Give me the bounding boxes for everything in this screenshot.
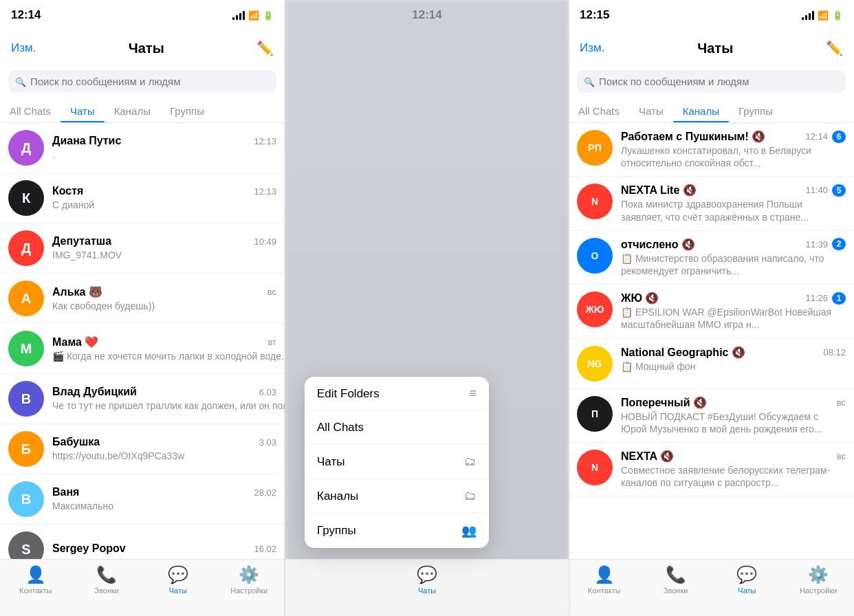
chat-time: 28.02	[254, 487, 276, 498]
left-chat-item[interactable]: М Мама ❤️ вт 🎬 Когда не хочется мочить л…	[0, 324, 285, 374]
left-chat-item[interactable]: А Алька 🐻 вс Как свободен будешь))	[0, 274, 285, 324]
left-chat-item[interactable]: В Ваня 28.02 Максимально	[0, 474, 285, 525]
chats-icon: 💬	[168, 565, 188, 584]
right-chats-icon: 💬	[736, 565, 757, 584]
context-item-label: All Chats	[317, 421, 364, 434]
left-chat-item[interactable]: К Костя 12:13 С дианой	[0, 173, 285, 223]
left-tab-allchats[interactable]: All Chats	[0, 100, 61, 122]
right-channel-item[interactable]: ЖЮ ЖЮ 🔇 11:26 1 📋 EPSILION WAR @Epsilion…	[569, 285, 854, 338]
right-compose-button[interactable]: ✏️	[826, 40, 843, 56]
avatar: А	[8, 280, 44, 316]
channel-name: отчислено 🔇	[621, 238, 695, 251]
right-channel-item[interactable]: N NEXTA 🔇 вс Совместное заявление белору…	[569, 443, 854, 496]
avatar: Д	[8, 130, 44, 166]
right-channel-item[interactable]: NG National Geographic 🔇 08:12 📋 Мощный …	[569, 339, 854, 389]
right-signal-icon	[802, 11, 814, 20]
channel-content: ЖЮ 🔇 11:26 1 📋 EPSILION WAR @EpsilionWar…	[621, 292, 846, 331]
right-bottom-calls[interactable]: 📞 Звонки	[640, 565, 712, 595]
right-battery-icon: 🔋	[832, 10, 843, 21]
right-channel-item[interactable]: N NEXTA Lite 🔇 11:40 5 Пока министр здра…	[569, 177, 854, 230]
channel-header-right: 11:40 5	[800, 184, 846, 197]
context-menu-item[interactable]: All Chats	[305, 411, 489, 445]
left-search-input[interactable]	[8, 70, 276, 93]
left-tab-channels[interactable]: Каналы	[105, 100, 160, 122]
left-chat-item[interactable]: В Влад Дубицкий 6.03 Че то тут не пришел…	[0, 374, 285, 424]
mid-bottom-chats[interactable]: 💬 Чаты	[285, 565, 569, 595]
channel-name: ЖЮ 🔇	[621, 292, 659, 305]
chat-time: 3.03	[259, 437, 276, 448]
chat-time: 12:13	[254, 186, 276, 197]
context-menu-item[interactable]: Группы 👥	[305, 514, 489, 548]
chat-time: 12:13	[254, 136, 276, 146]
right-wifi-icon: 📶	[818, 10, 829, 21]
channel-content: NEXTA Lite 🔇 11:40 5 Пока министр здраво…	[621, 184, 846, 223]
chat-preview: .	[52, 149, 55, 160]
left-bottom-chats[interactable]: 💬 Чаты	[142, 565, 214, 595]
left-compose-button[interactable]: ✏️	[256, 40, 274, 56]
settings-icon: ⚙️	[239, 565, 259, 584]
context-menu-item[interactable]: Чаты 🗂	[305, 445, 489, 479]
right-bottom-tabs: 👤 Контакты 📞 Звонки 💬 Чаты ⚙️ Настройки	[569, 559, 854, 616]
context-menu: Edit Folders ≡ All Chats Чаты 🗂 Каналы 🗂…	[305, 377, 489, 548]
left-chat-item[interactable]: Б Бабушка 3.03 https://youtu.be/OtXq9PCa…	[0, 424, 285, 474]
left-bottom-settings[interactable]: ⚙️ Настройки	[214, 565, 285, 595]
right-status-icons: 📶 🔋	[802, 10, 843, 21]
middle-time: 12:14	[412, 8, 441, 22]
right-bottom-settings[interactable]: ⚙️ Настройки	[782, 565, 854, 595]
right-channel-item[interactable]: П Поперечный 🔇 вс НОВЫЙ ПОДКАСТ #БезДуши…	[569, 389, 854, 443]
chat-name: Депутатша	[52, 235, 111, 248]
channel-time: 11:39	[805, 239, 828, 250]
right-channel-item[interactable]: О отчислено 🔇 11:39 2 📋 Министерство обр…	[569, 231, 854, 285]
wifi-icon: 📶	[248, 10, 259, 21]
chat-content: Бабушка 3.03 https://youtu.be/OtXq9PCa33…	[52, 436, 276, 462]
left-tab-groups[interactable]: Группы	[160, 100, 214, 122]
left-bottom-contacts[interactable]: 👤 Контакты	[0, 565, 72, 595]
left-edit-button[interactable]: Изм.	[11, 41, 36, 55]
chat-content: Ваня 28.02 Максимально	[52, 486, 276, 512]
right-search-input[interactable]	[577, 70, 846, 93]
channel-avatar: О	[577, 238, 613, 274]
context-menu-item[interactable]: Каналы 🗂	[305, 479, 489, 514]
right-tab-allchats[interactable]: All Chats	[569, 100, 629, 122]
channel-time: 08:12	[823, 347, 846, 358]
unread-badge: 6	[832, 131, 846, 143]
right-edit-button[interactable]: Изм.	[580, 41, 604, 55]
channel-header: Работаем с Пушкиным! 🔇 12:14 6	[621, 130, 846, 143]
right-settings-icon: ⚙️	[808, 565, 829, 584]
context-menu-item[interactable]: Edit Folders ≡	[305, 377, 489, 411]
channel-header-right: вс	[831, 451, 846, 461]
chats-label: Чаты	[169, 586, 187, 595]
mid-chats-label: Чаты	[418, 586, 436, 595]
channel-preview: 📋 Министерство образования написало, что…	[621, 252, 846, 277]
right-nav-bar: Изм. Чаты ✏️	[569, 30, 854, 66]
right-bottom-chats[interactable]: 💬 Чаты	[712, 565, 783, 595]
right-bottom-contacts[interactable]: 👤 Контакты	[569, 565, 640, 595]
channel-time: 11:26	[805, 293, 828, 303]
contacts-label: Контакты	[19, 586, 52, 595]
chat-time: вс	[267, 287, 276, 297]
context-item-label: Группы	[317, 524, 356, 538]
chat-header: Sergey Popov 16.02	[52, 542, 276, 555]
left-bottom-calls[interactable]: 📞 Звонки	[72, 565, 143, 595]
channel-content: National Geographic 🔇 08:12 📋 Мощный фон	[621, 346, 846, 373]
left-chat-item[interactable]: Д Депутатша 10:49 IMG_9741.MOV	[0, 223, 285, 274]
chat-preview: С дианой	[52, 199, 94, 210]
channel-content: Поперечный 🔇 вс НОВЫЙ ПОДКАСТ #БезДуши! …	[621, 396, 846, 435]
left-chat-item[interactable]: S Sergey Popov 16.02	[0, 525, 285, 559]
right-tab-chats[interactable]: Чаты	[629, 100, 673, 122]
context-item-icon: 👥	[461, 523, 477, 538]
unread-badge: 5	[832, 184, 846, 197]
right-search-wrapper	[577, 70, 846, 93]
channel-header: отчислено 🔇 11:39 2	[621, 238, 846, 251]
chat-header: Бабушка 3.03	[52, 436, 276, 448]
left-chat-item[interactable]: Д Диана Путис 12:13 .	[0, 123, 285, 173]
chat-preview: IMG_9741.MOV	[52, 250, 122, 261]
chat-name: Алька 🐻	[52, 285, 102, 298]
chat-content: Sergey Popov 16.02	[52, 542, 276, 556]
right-tab-channels[interactable]: Каналы	[673, 100, 729, 122]
right-tab-groups[interactable]: Группы	[729, 100, 782, 122]
left-tab-chats[interactable]: Чаты	[61, 100, 105, 122]
left-panel: 12:14 📶 🔋 Изм. Чаты ✏️ All Chats Чаты Ка…	[0, 0, 285, 616]
channel-time: 12:14	[805, 131, 828, 142]
right-channel-item[interactable]: РП Работаем с Пушкиным! 🔇 12:14 6 Лукаше…	[569, 123, 854, 177]
